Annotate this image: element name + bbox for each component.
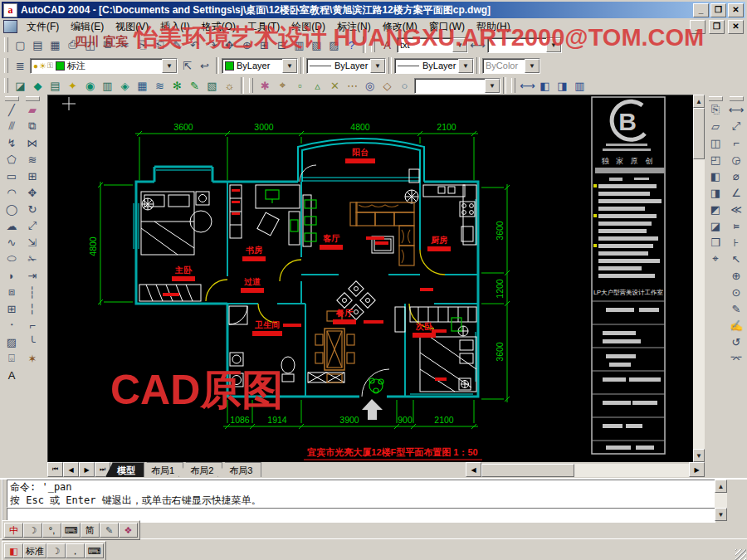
revcloud-icon[interactable]: ☁ bbox=[3, 217, 21, 234]
chevron-down-icon[interactable]: ▼ bbox=[458, 59, 473, 73]
first-tab-button[interactable]: ⏮ bbox=[47, 462, 63, 477]
landscape-edit-icon[interactable]: ✎ bbox=[186, 77, 203, 94]
hatch-icon[interactable]: ▨ bbox=[3, 334, 21, 350]
pan-icon[interactable]: ✥ bbox=[221, 37, 238, 53]
menu-item-3[interactable]: 插入(I) bbox=[154, 18, 195, 36]
polygon-icon[interactable]: ⬠ bbox=[3, 151, 21, 168]
mdi-close-button[interactable]: ✕ bbox=[728, 20, 744, 34]
dim-style-button-icon[interactable]: ⌤ bbox=[728, 350, 745, 367]
erase-icon[interactable]: ▰ bbox=[24, 101, 42, 118]
layer-previous-icon[interactable]: ↩ bbox=[196, 57, 213, 74]
resize-grip[interactable] bbox=[735, 549, 746, 560]
ime-shape-icon[interactable]: ☽ bbox=[23, 523, 42, 538]
layers-icon[interactable]: ≣ bbox=[12, 57, 29, 74]
snap-intersection-icon[interactable]: ✕ bbox=[326, 77, 344, 94]
chevron-down-icon[interactable]: ▼ bbox=[370, 59, 385, 73]
open-file-icon[interactable]: ▤ bbox=[29, 37, 46, 53]
save-icon[interactable]: ▦ bbox=[46, 37, 64, 53]
wireframe-2d-icon[interactable]: ▱ bbox=[707, 118, 725, 134]
close-button[interactable]: ✕ bbox=[728, 3, 744, 17]
hide-icon[interactable]: ◪ bbox=[12, 77, 29, 94]
dim-style-icon[interactable]: ⟷ bbox=[469, 37, 486, 53]
ime-logo-icon[interactable]: ◧ bbox=[4, 543, 23, 558]
ime-tool-icon[interactable]: ✎ bbox=[100, 523, 119, 538]
ime-punct-icon[interactable]: ， bbox=[66, 543, 85, 558]
tab-layout3[interactable]: 布局3 bbox=[217, 462, 261, 477]
fillet-icon[interactable]: ╰ bbox=[24, 334, 42, 350]
copy-object-icon[interactable]: ⧉ bbox=[24, 118, 42, 134]
circle-icon[interactable]: ◯ bbox=[3, 201, 21, 217]
tool-palettes-icon[interactable]: ▨ bbox=[325, 37, 343, 53]
fog-icon[interactable]: ≋ bbox=[151, 77, 168, 94]
menu-item-0[interactable]: 文件(F) bbox=[21, 18, 65, 36]
mdi-restore-button[interactable]: ❐ bbox=[709, 20, 725, 34]
materials-library-icon[interactable]: ▥ bbox=[99, 77, 116, 94]
scroll-down-icon[interactable]: ▼ bbox=[693, 449, 705, 462]
ellipse-arc-icon[interactable]: ◗ bbox=[3, 267, 21, 284]
dim-style-control-icon[interactable]: ⟷ bbox=[519, 77, 536, 94]
toolbar-grip[interactable] bbox=[4, 78, 8, 93]
layer-freeze-icon[interactable]: ☀ bbox=[39, 61, 46, 71]
stretch-icon[interactable]: ⇲ bbox=[24, 234, 42, 251]
baseline-dim-icon[interactable]: ⫢ bbox=[728, 217, 745, 234]
zoom-window-icon[interactable]: ⊞ bbox=[256, 37, 273, 53]
menu-item-5[interactable]: 工具(T) bbox=[242, 18, 286, 36]
flat-shaded-edges-icon[interactable]: ◩ bbox=[707, 201, 725, 217]
linetype-control-combo[interactable]: ByLayer ▼ bbox=[306, 58, 386, 74]
landscape-new-icon[interactable]: ✻ bbox=[168, 77, 186, 94]
explode-icon[interactable]: ✶ bbox=[24, 350, 42, 367]
arc-icon[interactable]: ◠ bbox=[3, 184, 21, 201]
toolbar-grip[interactable] bbox=[4, 37, 8, 52]
ime-punctuation-icon[interactable]: °, bbox=[42, 523, 61, 538]
toolbar-grip[interactable] bbox=[249, 78, 253, 93]
zoom-realtime-icon[interactable]: ⊕ bbox=[238, 37, 256, 53]
toolbar-grip[interactable] bbox=[4, 58, 8, 73]
mdi-minimize-button[interactable]: _ bbox=[690, 20, 706, 34]
osnap-combo[interactable]: ▼ bbox=[414, 78, 500, 94]
menu-item-8[interactable]: 修改(M) bbox=[377, 18, 423, 36]
scale-icon[interactable]: ⤢ bbox=[24, 217, 42, 234]
next-tab-button[interactable]: ▶ bbox=[79, 462, 95, 477]
hidden-lines-icon[interactable]: ◰ bbox=[707, 151, 725, 168]
dim-update-icon[interactable]: ↺ bbox=[728, 334, 745, 350]
paste-icon[interactable]: ⎗ bbox=[151, 37, 168, 53]
ellipse-icon[interactable]: ⬭ bbox=[3, 251, 21, 267]
point-icon[interactable]: ・ bbox=[3, 317, 21, 334]
snap-quadrant-icon[interactable]: ◇ bbox=[378, 77, 396, 94]
offset-icon[interactable]: ≋ bbox=[24, 151, 42, 168]
canvas-horizontal-scrollbar[interactable] bbox=[481, 464, 689, 477]
chevron-down-icon[interactable]: ▼ bbox=[162, 59, 177, 73]
line-icon[interactable]: ╱ bbox=[3, 101, 21, 118]
aligned-dim-icon[interactable]: ⤢ bbox=[728, 118, 745, 134]
tolerance-icon[interactable]: ⊕ bbox=[728, 267, 745, 284]
scroll-down-icon[interactable]: ▼ bbox=[715, 508, 727, 521]
color-control-combo[interactable]: ByLayer ▼ bbox=[222, 58, 298, 74]
menu-item-2[interactable]: 视图(V) bbox=[110, 18, 154, 36]
shade-diamond-icon[interactable]: ❒ bbox=[707, 234, 725, 251]
undo-icon[interactable]: ↶ bbox=[186, 37, 203, 53]
quick-dim-icon[interactable]: ≪ bbox=[728, 201, 745, 217]
properties-icon[interactable]: ▥ bbox=[290, 37, 308, 53]
diameter-dim-icon[interactable]: ⌀ bbox=[728, 168, 745, 184]
menu-item-6[interactable]: 绘图(D) bbox=[286, 18, 331, 36]
layer-on-icon[interactable]: ● bbox=[33, 61, 38, 71]
chamfer-icon[interactable]: ⌐ bbox=[24, 317, 42, 334]
lights-icon[interactable]: ✦ bbox=[64, 77, 81, 94]
wireframe-3d-icon[interactable]: ◫ bbox=[707, 134, 725, 151]
layer-translator-icon[interactable]: ◨ bbox=[554, 77, 571, 94]
menu-item-10[interactable]: 帮助(H) bbox=[471, 18, 516, 36]
snap-center-icon[interactable]: ◎ bbox=[361, 77, 378, 94]
mapping-icon[interactable]: ◈ bbox=[116, 77, 134, 94]
move-icon[interactable]: ✥ bbox=[24, 184, 42, 201]
chevron-down-icon[interactable]: ▼ bbox=[525, 59, 540, 73]
batch-standards-icon[interactable]: ▥ bbox=[571, 77, 588, 94]
text-style-icon[interactable]: A bbox=[378, 37, 396, 53]
break-at-point-icon[interactable]: ┆ bbox=[24, 284, 42, 300]
array-icon[interactable]: ⊞ bbox=[24, 168, 42, 184]
make-layer-current-icon[interactable]: ⇱ bbox=[178, 57, 196, 74]
dim-edit-icon[interactable]: ✎ bbox=[728, 300, 745, 317]
ordinate-dim-icon[interactable]: ⌐ bbox=[728, 134, 745, 151]
landscape-library-icon[interactable]: ▧ bbox=[203, 77, 221, 94]
lineweight-control-combo[interactable]: ByLayer ▼ bbox=[394, 58, 474, 74]
help-icon[interactable]: ? bbox=[343, 37, 360, 53]
